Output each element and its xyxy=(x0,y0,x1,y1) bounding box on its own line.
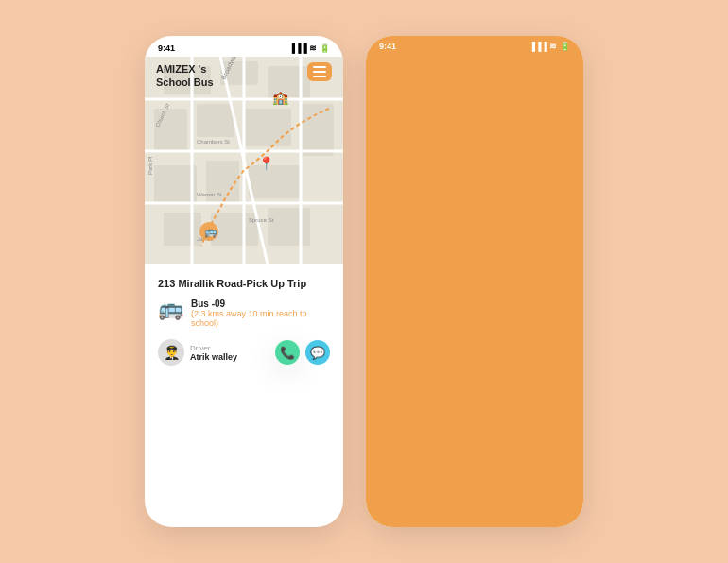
left-app-header: AMIZEX 's School Bus xyxy=(145,57,343,95)
svg-text:Park Pl: Park Pl xyxy=(147,157,153,175)
svg-text:Warren St: Warren St xyxy=(197,192,222,197)
time-left: 9:41 xyxy=(158,43,175,53)
svg-text:Spruce St: Spruce St xyxy=(249,217,274,223)
svg-rect-6 xyxy=(244,109,291,146)
driver-row: 👨‍✈️ Driver Atrik walley 📞 💬 xyxy=(158,339,330,366)
left-bottom-info: 213 Mirallik Road-Pick Up Trip 🚌 Bus -09… xyxy=(145,264,343,375)
svg-text:🚌: 🚌 xyxy=(204,225,217,238)
left-phone: 9:41 ▐▐▐ ≋ 🔋 xyxy=(145,36,343,527)
bus-sub: (2.3 kms away 10 min reach to school) xyxy=(191,309,330,328)
map-area[interactable]: Broadway Church St Chambers St Warren St… xyxy=(145,57,343,264)
signal-icons-right: ▐▐▐ ≋ 🔋 xyxy=(529,42,570,521)
chat-button[interactable]: 💬 xyxy=(305,340,330,365)
left-app-title: AMIZEX 's School Bus xyxy=(156,62,214,90)
status-bar-right: 9:41 ▐▐▐ ≋ 🔋 xyxy=(366,36,583,527)
svg-rect-8 xyxy=(154,165,197,203)
driver-avatar: 👨‍✈️ xyxy=(158,339,184,366)
action-icons: 📞 💬 xyxy=(275,340,330,365)
svg-rect-13 xyxy=(268,208,310,246)
svg-text:Chambers St: Chambers St xyxy=(197,139,230,145)
bus-icon: 🚌 xyxy=(158,299,183,319)
svg-rect-7 xyxy=(301,104,334,156)
signal-icons-left: ▐▐▐ ≋ 🔋 xyxy=(289,43,330,53)
svg-rect-5 xyxy=(197,104,234,137)
svg-text:📍: 📍 xyxy=(258,156,275,172)
time-right: 9:41 xyxy=(379,42,396,521)
bus-id: Bus -09 xyxy=(191,299,330,309)
menu-button-left[interactable] xyxy=(307,62,332,81)
svg-rect-11 xyxy=(164,213,201,246)
driver-label: Driver xyxy=(190,344,237,352)
main-container: 9:41 ▐▐▐ ≋ 🔋 xyxy=(126,17,602,546)
bus-info: 🚌 Bus -09 (2.3 kms away 10 min reach to … xyxy=(158,299,330,328)
driver-name: Atrik walley xyxy=(190,352,237,362)
svg-rect-10 xyxy=(249,165,301,198)
trip-title: 213 Mirallik Road-Pick Up Trip xyxy=(158,278,330,289)
status-bar-left: 9:41 ▐▐▐ ≋ 🔋 xyxy=(145,36,343,57)
call-button[interactable]: 📞 xyxy=(275,340,300,365)
right-phone: 9:41 ▐▐▐ ≋ 🔋 AMIZEX 's School Bus 👦 xyxy=(366,36,583,527)
